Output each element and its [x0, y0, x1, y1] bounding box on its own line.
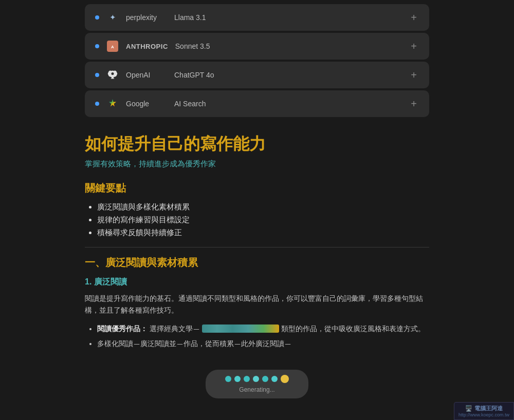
perplexity-star-icon: ✦ [109, 13, 116, 22]
dot-6 [271, 376, 278, 382]
content-section: 如何提升自己的寫作能力 掌握有效策略，持續進步成為優秀作家 關鍵要點 廣泛閱讀與… [0, 123, 514, 420]
dots-row [225, 375, 289, 383]
main-title: 如何提升自己的寫作能力 [85, 133, 429, 155]
svg-text:A: A [111, 45, 114, 49]
key-point-2: 規律的寫作練習與目標設定 [97, 215, 429, 225]
bullet-2-text: 多樣化閱讀⸺廣泛閱讀並⸺作品，從而積累⸺此外廣泛閱讀⸺ [97, 339, 291, 348]
google-card-left: Google AI Search [95, 98, 206, 110]
perplexity-model-name: Llama 3.1 [174, 13, 206, 22]
anthropic-provider-name: ANTHROPIC [126, 43, 168, 50]
anthropic-card[interactable]: A ANTHROPIC Sonnet 3.5 + [85, 33, 429, 60]
svg-point-2 [112, 72, 114, 75]
bullet-1-text2: 類型的作品，從中吸收廣泛風格和表達方式。 [281, 324, 425, 333]
dot-4 [253, 376, 259, 382]
bullet-item-2: 多樣化閱讀⸺廣泛閱讀並⸺作品，從而積累⸺此外廣泛閱讀⸺ [97, 338, 429, 349]
watermark-box: 🖥️ 電腦王阿達 http://www.koepc.com.tw [454, 402, 514, 420]
bullet-list: 閱讀優秀作品： 選擇經典文學⸺类型的作品類型的作品，從中吸收廣泛風格和表達方式。… [85, 323, 429, 349]
google-model-name: AI Search [174, 100, 206, 108]
google-status-dot [95, 102, 99, 106]
openai-card-left: OpenAI ChatGPT 4o [95, 69, 214, 81]
bullet-1-bold: 閱讀優秀作品： [97, 324, 148, 333]
subtitle: 掌握有效策略，持續進步成為優秀作家 [85, 159, 429, 169]
bullet-1-obscured: 类型的作品 [202, 324, 279, 333]
openai-model-name: ChatGPT 4o [174, 71, 214, 79]
perplexity-card-left: ✦ perplexity Llama 3.1 [95, 11, 206, 24]
anthropic-status-dot [95, 44, 99, 48]
subsection1-heading: 1. 廣泛閱讀 [85, 277, 429, 288]
watermark-brand: 🖥️ 電腦王阿達 [465, 405, 502, 412]
key-point-3: 積極尋求反饋與持續修正 [97, 228, 429, 238]
anthropic-icon: A [106, 40, 119, 52]
openai-provider-name: OpenAI [126, 71, 167, 79]
bullet-1-text: 選擇經典文學⸺ [150, 324, 200, 333]
watermark: 🖥️ 電腦王阿達 http://www.koepc.com.tw [454, 402, 514, 420]
google-card[interactable]: Google AI Search + [85, 90, 429, 117]
ai-cards-section: ✦ perplexity Llama 3.1 + A ANTHROPIC Son… [0, 0, 514, 123]
anthropic-model-name: Sonnet 3.5 [175, 42, 210, 50]
anthropic-add-button[interactable]: + [409, 41, 419, 52]
paragraph1: 閱讀是提升寫作能力的基石。通過閱讀不同類型和風格的作品，你可以豐富自己的詞彙庫，… [85, 293, 429, 317]
key-points-heading: 關鍵要點 [85, 181, 429, 195]
generating-text: Generating... [239, 386, 274, 393]
google-provider-name: Google [126, 100, 167, 108]
dot-2 [234, 376, 241, 382]
main-container: ✦ perplexity Llama 3.1 + A ANTHROPIC Son… [0, 0, 514, 420]
key-points-list: 廣泛閱讀與多樣化素材積累 規律的寫作練習與目標設定 積極尋求反饋與持續修正 [85, 202, 429, 238]
dot-yellow [281, 375, 289, 383]
dot-3 [244, 376, 250, 382]
anthropic-card-left: A ANTHROPIC Sonnet 3.5 [95, 40, 210, 52]
google-icon [106, 98, 119, 110]
watermark-url: http://www.koepc.com.tw [458, 412, 509, 417]
generating-overlay: Generating... [206, 370, 308, 398]
openai-icon [106, 69, 119, 81]
openai-status-dot [95, 73, 99, 77]
openai-card[interactable]: OpenAI ChatGPT 4o + [85, 62, 429, 88]
section1-heading: 一、廣泛閱讀與素材積累 [85, 256, 429, 270]
section-divider [85, 247, 429, 247]
dot-5 [262, 376, 268, 382]
perplexity-provider-name: perplexity [126, 13, 167, 22]
perplexity-status-dot [95, 15, 99, 20]
openai-add-button[interactable]: + [409, 69, 419, 81]
dot-1 [225, 376, 231, 382]
google-add-button[interactable]: + [409, 98, 419, 110]
perplexity-icon: ✦ [106, 11, 119, 24]
perplexity-card[interactable]: ✦ perplexity Llama 3.1 + [85, 4, 429, 31]
perplexity-add-button[interactable]: + [409, 12, 419, 24]
bullet-item-1: 閱讀優秀作品： 選擇經典文學⸺类型的作品類型的作品，從中吸收廣泛風格和表達方式。 [97, 323, 429, 334]
key-point-1: 廣泛閱讀與多樣化素材積累 [97, 202, 429, 212]
